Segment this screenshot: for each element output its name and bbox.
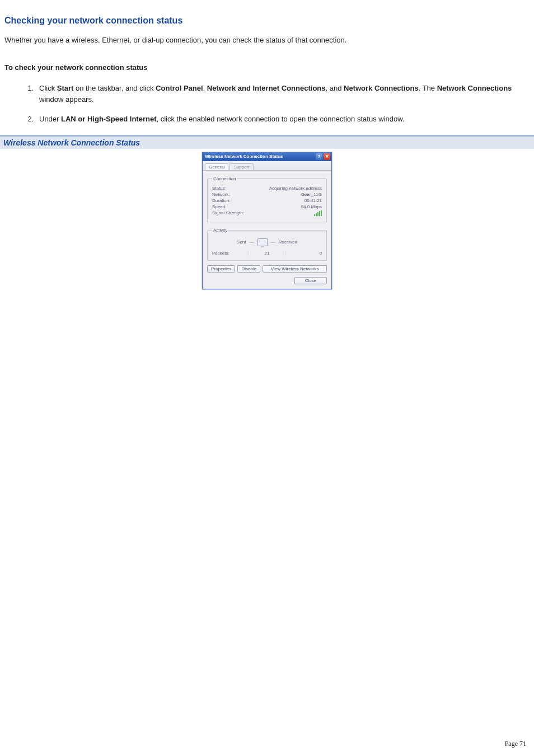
step-1-text-f: window appears.: [39, 95, 94, 104]
dialog-titlebar[interactable]: Wireless Network Connection Status ? ✕: [203, 152, 331, 161]
step-2: Under LAN or High-Speed Internet, click …: [36, 114, 530, 125]
step-1-text-d: , and: [326, 84, 344, 92]
close-button[interactable]: Close: [294, 277, 327, 284]
step-1-text-e: . The: [419, 84, 437, 92]
network-value: Gear_11G: [301, 192, 322, 197]
dialog-figure: Wireless Network Connection Status ? ✕ G…: [4, 152, 530, 289]
duration-label: Duration:: [212, 198, 230, 203]
sent-label: Sent: [237, 240, 246, 245]
step-1: Click Start on the taskbar, and click Co…: [36, 83, 530, 105]
row-signal: Signal Strength:: [212, 210, 322, 217]
monitor-icon: [257, 238, 268, 246]
signal-label: Signal Strength:: [212, 210, 244, 217]
packets-label: Packets:: [212, 251, 249, 256]
step-2-lan: LAN or High-Speed Internet: [61, 115, 156, 123]
close-icon[interactable]: ✕: [324, 153, 330, 160]
step-1-start: Start: [57, 84, 74, 92]
signal-value: [314, 210, 322, 217]
dialog-footer: Close: [203, 277, 331, 289]
packets-sent: 21: [249, 251, 286, 256]
connection-legend: Connection: [212, 176, 237, 181]
step-1-text-a: Click: [39, 84, 57, 92]
speed-value: 54.0 Mbps: [301, 204, 322, 209]
status-label: Status:: [212, 186, 226, 191]
row-network: Network: Gear_11G: [212, 192, 322, 197]
intro-paragraph: Whether you have a wireless, Ethernet, o…: [4, 36, 530, 44]
status-dialog: Wireless Network Connection Status ? ✕ G…: [202, 152, 332, 289]
activity-legend: Activity: [212, 228, 228, 233]
status-value: Acquiring network address: [269, 186, 322, 191]
speed-label: Speed:: [212, 204, 226, 209]
step-1-network-connections: Network Connections: [344, 84, 419, 92]
tab-support[interactable]: Support: [229, 163, 253, 170]
page-number: Page 71: [505, 740, 526, 748]
step-1-network-connections-2: Network Connections: [437, 84, 512, 92]
activity-row: Sent — — Received: [212, 238, 322, 246]
duration-value: 00:41:21: [305, 198, 322, 203]
row-duration: Duration: 00:41:21: [212, 198, 322, 203]
packets-row: Packets: 21 0: [212, 251, 322, 256]
row-speed: Speed: 54.0 Mbps: [212, 204, 322, 209]
step-1-network-internet: Network and Internet Connections: [207, 84, 326, 92]
step-2-text-a: Under: [39, 115, 61, 123]
connection-group: Connection Status: Acquiring network add…: [207, 176, 327, 223]
dialog-panel: Connection Status: Acquiring network add…: [203, 171, 331, 277]
tab-strip: General Support: [203, 161, 331, 171]
disable-button[interactable]: Disable: [237, 265, 260, 273]
signal-bars-icon: [314, 210, 322, 216]
dash-left-icon: —: [250, 240, 254, 245]
figure-caption-bar: Wireless Network Connection Status: [0, 135, 534, 149]
network-label: Network:: [212, 192, 230, 197]
help-button[interactable]: ?: [316, 153, 322, 160]
view-wireless-button[interactable]: View Wireless Networks: [263, 265, 327, 273]
properties-button[interactable]: Properties: [207, 265, 235, 273]
step-1-control-panel: Control Panel: [156, 84, 203, 92]
packets-received: 0: [285, 251, 322, 256]
dialog-buttons: Properties Disable View Wireless Network…: [207, 265, 327, 273]
step-2-text-b: , click the enabled network connection t…: [156, 115, 404, 123]
procedure-steps: Click Start on the taskbar, and click Co…: [4, 83, 530, 125]
received-label: Received: [279, 240, 297, 245]
step-1-text-b: on the taskbar, and click: [73, 84, 156, 92]
dash-right-icon: —: [271, 240, 275, 245]
row-status: Status: Acquiring network address: [212, 186, 322, 191]
dialog-title: Wireless Network Connection Status: [205, 154, 315, 159]
step-1-text-c: ,: [203, 84, 207, 92]
tab-general[interactable]: General: [205, 163, 228, 170]
procedure-heading: To check your network connection status: [4, 63, 530, 72]
activity-group: Activity Sent — — Received Packets: 21 0: [207, 228, 327, 261]
document-page: Checking your network connection status …: [0, 0, 534, 756]
page-heading: Checking your network connection status: [4, 16, 530, 26]
